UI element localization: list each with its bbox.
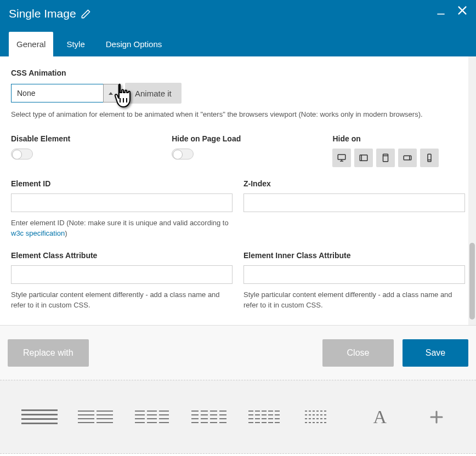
dialog-title: Single Image	[9, 7, 76, 20]
hide-on-load-field: Hide on Page Load	[172, 134, 321, 167]
hide-on-load-toggle[interactable]	[172, 149, 194, 159]
class-attr-help: Style particular content element differe…	[11, 289, 233, 311]
dialog-title-wrap: Single Image	[9, 7, 91, 20]
hide-on-mobile-landscape[interactable]	[398, 149, 417, 167]
tab-design-options[interactable]: Design Options	[98, 32, 170, 56]
zindex-field: Z-Index	[243, 179, 465, 239]
content-wrap: CSS Animation None Animate it Select typ…	[0, 56, 476, 325]
element-id-field: Element ID Enter element ID (Note: make …	[11, 179, 233, 239]
header-actions	[435, 4, 468, 16]
close-icon[interactable]	[456, 4, 468, 16]
layout-1col-icon[interactable]	[20, 406, 59, 428]
disable-element-label: Disable Element	[11, 134, 161, 143]
inner-class-attr-field: Element Inner Class Attribute Style part…	[243, 251, 465, 311]
css-animation-selected: None	[11, 84, 103, 102]
hide-on-mobile-portrait[interactable]	[420, 149, 439, 167]
replace-with-button[interactable]: Replace with	[8, 339, 89, 367]
dialog-footer: Replace with Close Save	[0, 325, 476, 380]
element-id-help-suffix: )	[65, 229, 67, 237]
hide-on-desktop[interactable]	[332, 149, 351, 167]
layout-4col-icon[interactable]	[190, 406, 229, 428]
minimize-icon[interactable]	[435, 5, 446, 16]
svg-rect-10	[404, 156, 412, 160]
close-button[interactable]: Close	[322, 339, 394, 367]
scrollbar-track[interactable]	[468, 56, 476, 325]
element-id-help: Enter element ID (Note: make sure it is …	[11, 218, 233, 239]
svg-rect-3	[338, 155, 346, 159]
hide-on-load-label: Hide on Page Load	[172, 134, 321, 143]
svg-rect-12	[428, 154, 431, 162]
element-id-input[interactable]	[11, 193, 233, 212]
scrollbar-thumb[interactable]	[469, 243, 475, 320]
class-attr-input[interactable]	[11, 265, 233, 284]
element-id-help-prefix: Enter element ID (Note: make sure it is …	[11, 219, 229, 227]
class-attr-label: Element Class Attribute	[11, 251, 233, 260]
css-animation-dropdown-toggle[interactable]	[103, 84, 118, 102]
disable-element-toggle[interactable]	[11, 149, 33, 159]
layout-2col-icon[interactable]	[77, 406, 115, 428]
zindex-label: Z-Index	[243, 179, 465, 188]
pencil-icon[interactable]	[81, 9, 91, 19]
layout-6col-icon[interactable]	[304, 406, 342, 428]
footer-right: Close Save	[322, 339, 468, 367]
tabs-bar: General Style Design Options	[0, 27, 476, 56]
svg-rect-6	[360, 155, 368, 161]
tab-general[interactable]: General	[9, 32, 53, 56]
hide-on-row	[332, 149, 476, 167]
zindex-input[interactable]	[243, 193, 465, 212]
inner-class-attr-input[interactable]	[243, 265, 465, 284]
svg-rect-8	[383, 154, 388, 162]
inner-class-attr-help: Style particular content element differe…	[243, 289, 465, 311]
inner-class-attr-label: Element Inner Class Attribute	[243, 251, 465, 260]
chevron-up-icon	[109, 92, 113, 95]
content-panel: CSS Animation None Animate it Select typ…	[0, 56, 476, 325]
layout-3col-icon[interactable]	[134, 406, 172, 428]
hide-on-tablet-landscape[interactable]	[354, 149, 373, 167]
element-id-label: Element ID	[11, 179, 233, 188]
save-button[interactable]: Save	[403, 339, 468, 367]
tab-style[interactable]: Style	[59, 32, 92, 56]
dialog-header: Single Image	[0, 0, 476, 27]
text-block-icon[interactable]: A	[361, 406, 399, 428]
hide-on-field: Hide on	[332, 134, 476, 167]
css-animation-help: Select type of animation for element to …	[11, 109, 465, 120]
hide-on-tablet-portrait[interactable]	[376, 149, 395, 167]
add-element-icon[interactable]	[417, 406, 456, 428]
css-animation-row: None Animate it	[11, 83, 465, 104]
css-animation-label: CSS Animation	[11, 69, 465, 77]
layout-5col-icon[interactable]	[247, 406, 286, 428]
disable-element-field: Disable Element	[11, 134, 161, 167]
w3c-link[interactable]: w3c specification	[11, 229, 65, 237]
animate-it-button[interactable]: Animate it	[125, 83, 182, 104]
css-animation-select[interactable]: None	[11, 84, 118, 102]
bottom-toolbar: A	[0, 380, 476, 454]
hide-on-label: Hide on	[332, 134, 476, 143]
class-attr-field: Element Class Attribute Style particular…	[11, 251, 233, 311]
